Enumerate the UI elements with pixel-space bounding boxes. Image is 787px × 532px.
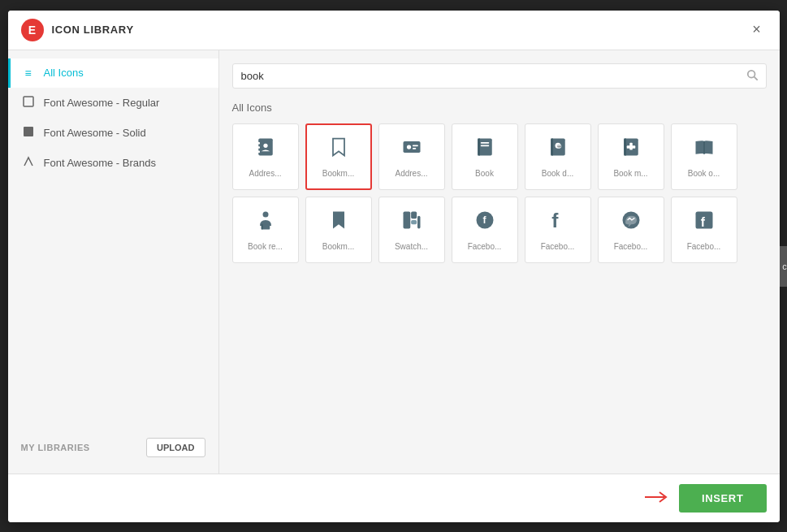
svg-rect-9 [403,141,420,153]
svg-text:f: f [700,214,705,228]
svg-rect-6 [257,146,260,149]
icon-cell-swatchbook[interactable]: Swatch... [378,197,445,263]
icon-cell-address-book[interactable]: Addres... [232,123,299,190]
search-input[interactable] [241,70,746,82]
modal-title: ICON LIBRARY [52,24,134,36]
sidebar-item-label-brands: Font Awesome - Brands [44,157,157,169]
fa-brands-icon [21,156,36,170]
facebook-circle-label: Facebo... [456,242,513,251]
book-label: Book [456,169,513,178]
sidebar-divider [8,178,218,430]
svg-rect-32 [417,215,421,228]
icon-cell-address-card[interactable]: Addres... [378,123,445,190]
bookmark-solid-glyph [327,209,350,237]
svg-point-8 [263,143,267,147]
icon-cell-book[interactable]: Book [452,123,518,190]
icons-grid: Addres... Bookm... [232,123,767,263]
section-title: All Icons [232,102,767,114]
book-open-label: Book o... [676,169,733,178]
icon-cell-facebook-messenger[interactable]: Facebo... [598,197,664,263]
icon-cell-bookmark-solid[interactable]: Bookm... [305,197,372,263]
svg-rect-22 [624,138,626,155]
swatchbook-label: Swatch... [383,242,440,251]
icon-cell-book-medical[interactable]: Book m... [598,123,664,190]
svg-rect-30 [411,211,417,218]
svg-rect-29 [403,211,410,228]
book-medical-glyph [620,136,642,164]
svg-rect-5 [257,141,260,144]
svg-line-3 [754,76,757,80]
book-glyph [473,136,496,164]
upload-button[interactable]: UPLOAD [146,438,205,457]
svg-rect-16 [480,145,489,146]
facebook-square-label: Facebo... [676,242,733,251]
facebook-f-glyph: f [547,209,569,237]
bookmark-glyph [327,136,350,164]
svg-point-10 [406,145,410,149]
facebook-square-glyph: f [693,209,716,237]
fa-solid-icon [21,126,36,140]
bookmark-label: Bookm... [310,169,367,178]
sidebar-item-fa-solid[interactable]: Font Awesome - Solid [8,118,218,148]
icon-cell-book-dead[interactable]: 💀 Book d... [525,123,591,190]
arrow-right-icon [645,487,669,508]
svg-rect-24 [626,145,635,149]
search-icon [746,69,758,83]
icon-cell-facebook-square[interactable]: f Facebo... [671,197,737,263]
my-libraries-section: MY LIBRARIES UPLOAD [8,430,218,465]
insert-button[interactable]: INSERT [679,484,767,513]
svg-rect-12 [412,147,415,149]
svg-rect-14 [478,138,480,155]
header-left: E ICON LIBRARY [21,19,134,41]
svg-rect-11 [412,145,417,146]
svg-rect-18 [551,138,553,155]
search-bar [232,63,767,89]
modal-body: ≡ All Icons Font Awesome - Regular Font … [8,50,780,474]
sidebar-item-label-solid: Font Awesome - Solid [44,127,146,139]
facebook-f-label: Facebo... [530,242,586,251]
address-card-glyph [400,136,423,164]
svg-rect-1 [24,127,33,136]
sidebar-item-label-regular: Font Awesome - Regular [44,97,160,109]
address-book-glyph [254,136,277,164]
close-button[interactable]: × [747,20,767,40]
all-icons-icon: ≡ [21,67,36,80]
facebook-circle-glyph: f [473,209,496,237]
book-reader-label: Book re... [237,242,294,251]
icon-cell-bookmark[interactable]: Bookm... [305,123,372,190]
svg-text:f: f [551,209,559,231]
book-medical-label: Book m... [603,169,659,178]
sidebar: ≡ All Icons Font Awesome - Regular Font … [8,50,219,474]
address-card-label: Addres... [383,169,440,178]
svg-rect-0 [24,97,33,106]
sidebar-item-fa-regular[interactable]: Font Awesome - Regular [8,88,218,118]
my-libraries-label: MY LIBRARIES [21,443,90,452]
book-dead-glyph: 💀 [547,136,569,164]
book-dead-label: Book d... [530,169,586,178]
svg-rect-28 [261,224,262,229]
icon-library-modal: E ICON LIBRARY × ≡ All Icons Fo [8,11,780,522]
swatchbook-glyph [400,209,423,237]
address-book-label: Addres... [237,169,294,178]
icon-cell-book-reader[interactable]: Book re... [232,197,299,263]
svg-text:💀: 💀 [556,143,562,149]
icon-cell-book-open[interactable]: Book o... [671,123,737,190]
svg-rect-7 [257,150,260,153]
main-content: All Icons [219,50,780,474]
svg-rect-31 [411,220,417,224]
modal-header: E ICON LIBRARY × [8,11,780,50]
sidebar-item-all-icons[interactable]: ≡ All Icons [8,58,218,88]
icon-cell-facebook-f[interactable]: f Facebo... [525,197,591,263]
header-logo: E [21,19,44,41]
facebook-messenger-glyph [620,209,642,237]
sidebar-item-fa-brands[interactable]: Font Awesome - Brands [8,148,218,178]
fa-regular-icon [21,96,36,110]
sidebar-item-label-all: All Icons [44,67,84,79]
bookmark-solid-label: Bookm... [310,242,367,251]
right-peek: cli [780,246,788,287]
facebook-messenger-label: Facebo... [603,242,659,251]
icon-cell-facebook-circle[interactable]: f Facebo... [452,197,518,263]
book-reader-glyph [254,209,277,237]
svg-rect-15 [480,141,489,143]
modal-overlay: E ICON LIBRARY × ≡ All Icons Fo [0,0,787,532]
